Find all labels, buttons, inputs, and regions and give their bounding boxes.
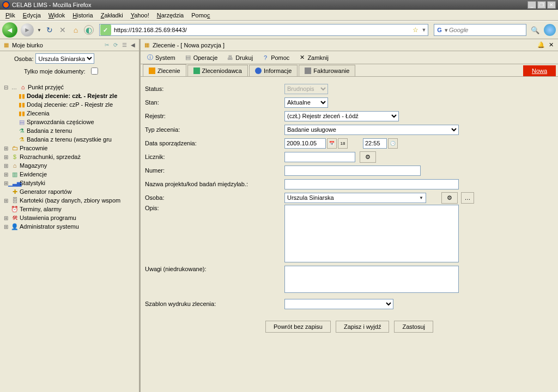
time-input[interactable] (363, 138, 387, 149)
osoba-more-button[interactable]: … (461, 192, 474, 204)
tb-operacje[interactable]: ▤Operacje (181, 53, 221, 63)
tree-root[interactable]: Punkt przyjęć (28, 84, 64, 90)
label-numer: Numer: (145, 167, 284, 174)
cal18-icon[interactable]: 18 (338, 138, 348, 149)
date-input[interactable] (284, 138, 326, 149)
page-info-icon[interactable]: ◐ (84, 25, 94, 35)
tree-item[interactable]: Badania z terenu (27, 127, 72, 134)
uwagi-textarea[interactable] (284, 266, 459, 293)
maximize-button[interactable]: ❐ (537, 1, 546, 9)
zastosuj-button[interactable]: Zastosuj (394, 321, 433, 333)
typ-select[interactable]: Badanie usługowe (284, 125, 459, 135)
doc-icon: ▮▮ (17, 109, 26, 117)
tree-item[interactable]: Magazyny (20, 162, 47, 169)
tree-item[interactable]: Kartoteki (bazy danych, zbiory wspom (20, 197, 120, 204)
forward-button: ► (21, 23, 34, 36)
tree-toggle[interactable]: ⊞ (2, 163, 10, 169)
close-button[interactable]: ✕ (547, 1, 556, 9)
numer-input[interactable] (284, 166, 421, 176)
url-dropdown[interactable]: ▼ (420, 27, 428, 33)
dropdown-icon: ▼ (419, 195, 423, 200)
cal-icon[interactable]: 📅 (327, 138, 337, 149)
bookmark-star-icon[interactable]: ☆ (410, 26, 420, 34)
tree-item[interactable]: Zlecenia (27, 110, 50, 117)
osoba-combo[interactable]: Urszula Siniarska ▼ (284, 193, 426, 203)
url-input[interactable] (112, 27, 410, 33)
gear-button[interactable]: ⚙ (360, 151, 376, 163)
tree-item[interactable]: Terminy, alarmy (20, 206, 62, 212)
search-box[interactable]: G▾ (434, 24, 526, 36)
tb-zamknij[interactable]: ✕Zamknij (295, 53, 332, 63)
search-input[interactable] (448, 26, 526, 34)
folder-icon: 🗀 (10, 144, 19, 152)
history-dropdown[interactable]: ▼ (37, 28, 41, 33)
tool-icon-3[interactable]: ☰ (120, 41, 128, 49)
clock-icon[interactable]: 🕒 (388, 138, 398, 149)
tree-toggle[interactable]: ⊞ (2, 224, 10, 230)
tree-item[interactable]: Rozrachunki, sprzedaż (20, 154, 81, 160)
menu-narzedzia[interactable]: Narzędzia (154, 11, 187, 20)
tab-zleceniodawca[interactable]: Zleceniodawca (187, 65, 248, 76)
window-title: CELAB LIMS - Mozilla Firefox (12, 2, 91, 8)
powrot-button[interactable]: Powrót bez zapisu (265, 321, 331, 333)
tool-icon-1[interactable]: ✂ (103, 41, 111, 49)
tab-informacje[interactable]: Informacje (249, 65, 298, 76)
label-data: Data sporządzenia: (145, 140, 284, 146)
tree-item[interactable]: Generator raportów (20, 188, 71, 195)
tree-item[interactable]: Ewidencje (20, 171, 47, 177)
tree-item[interactable]: Dodaj zlecenie: czP - Rejestr zle (27, 101, 113, 108)
menu-pomoc[interactable]: Pomoc (188, 11, 213, 20)
tree-item[interactable]: Statystyki (20, 180, 45, 186)
security-icon[interactable]: ✓ (100, 24, 111, 35)
sidebar-collapse-icon[interactable]: ◀ (129, 41, 137, 49)
tree-toggle[interactable]: ⊞ (2, 154, 10, 160)
reload-button[interactable]: ↻ (45, 25, 54, 35)
zapisz-button[interactable]: Zapisz i wyjdź (336, 321, 389, 333)
stan-select[interactable]: Aktualne (284, 97, 328, 108)
nowa-button[interactable]: Nowa (523, 65, 556, 76)
osoba-gear-button[interactable]: ⚙ (441, 192, 458, 204)
opis-textarea[interactable] (284, 205, 459, 262)
home-button[interactable]: ⌂ (71, 25, 81, 35)
menu-yahoo[interactable]: Yahoo! (128, 11, 153, 20)
tool-icon-2[interactable]: ⟳ (112, 41, 119, 49)
tree-toggle[interactable]: ⊞ (2, 198, 10, 204)
tree-item[interactable]: Dodaj zlecenie: czŁ - Rejestr zle (27, 93, 117, 99)
menu-zakladki[interactable]: Zakładki (98, 11, 126, 20)
tree-toggle[interactable]: ⊟ (2, 84, 10, 90)
bell-icon[interactable]: 🔔 (537, 41, 545, 49)
licznik-input[interactable] (284, 152, 355, 162)
osoba-select[interactable]: Urszula Siniarska (35, 53, 94, 64)
tylko-checkbox[interactable] (91, 68, 98, 75)
nazwa-input[interactable] (284, 179, 459, 189)
szablon-select[interactable] (284, 299, 393, 309)
menu-historia[interactable]: Historia (69, 11, 96, 20)
sidebar-title: Moje biurko (12, 42, 43, 48)
rejestr-select[interactable]: (czŁ) Rejestr zleceń - Łódź (284, 111, 399, 121)
tree-toggle[interactable]: ⊞ (2, 171, 10, 177)
menu-plik[interactable]: Plik (2, 11, 19, 20)
search-button[interactable]: 🔍 (530, 24, 541, 35)
tree-item[interactable]: Sprawozdania częściowe (27, 119, 94, 125)
sidebar: ▦ Moje biurko ✂ ⟳ ☰ ◀ Osoba: Urszula Sin… (0, 39, 141, 392)
tb-system[interactable]: ⓘSystem (143, 53, 179, 63)
tree-item[interactable]: Administrator systemu (20, 223, 79, 230)
house-icon: ⌂ (19, 83, 27, 91)
menu-widok[interactable]: Widok (45, 11, 69, 20)
tab-zlecenie[interactable]: Zlecenie (143, 64, 186, 76)
messenger-icon[interactable] (544, 24, 556, 36)
tree-item[interactable]: Badania z terenu (wszystkie gru (27, 136, 112, 143)
tb-pomoc[interactable]: ?Pomoc (258, 53, 293, 63)
tree-item[interactable]: Pracownie (20, 145, 47, 151)
tree-toggle[interactable]: ⊞ (2, 215, 10, 221)
tab-fakturowanie[interactable]: Fakturowanie (299, 65, 355, 76)
tb-drukuj[interactable]: 🖶Drukuj (223, 53, 256, 63)
minimize-button[interactable]: _ (527, 1, 536, 9)
flask-icon: ⚗ (17, 136, 26, 143)
content-close-icon[interactable]: ✕ (547, 41, 555, 49)
back-button[interactable]: ◄ (2, 22, 17, 38)
menu-edycja[interactable]: Edycja (20, 11, 44, 20)
tree-toggle[interactable]: ⊞ (2, 145, 10, 151)
url-bar[interactable]: ✓ ☆ ▼ (99, 24, 428, 36)
tree-item[interactable]: Ustawienia programu (20, 215, 76, 221)
